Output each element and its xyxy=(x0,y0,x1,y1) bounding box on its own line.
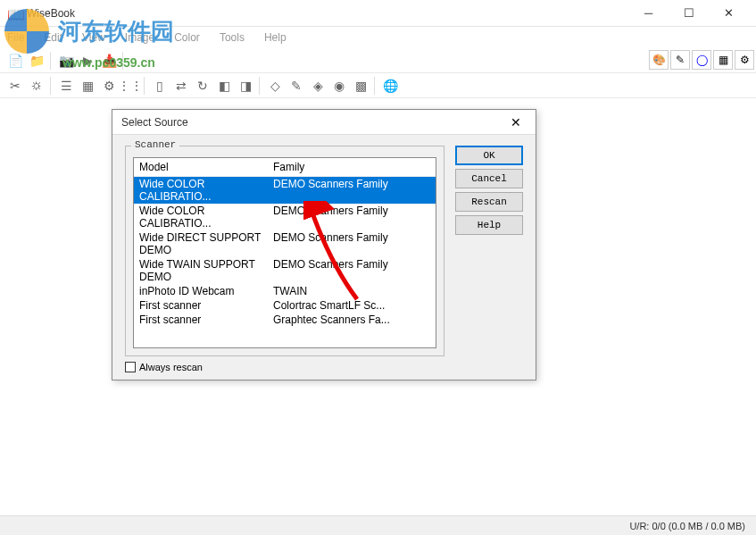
minimize-button[interactable]: ─ xyxy=(628,1,669,26)
page-icon[interactable]: ▯ xyxy=(150,76,170,96)
titlebar: 📖 WiseBook ─ ☐ ✕ xyxy=(0,0,756,27)
brush-icon[interactable]: ✎ xyxy=(287,76,306,96)
globe-icon[interactable]: 🌐 xyxy=(380,76,400,96)
open-icon[interactable]: 📁 xyxy=(27,51,46,71)
close-button[interactable]: ✕ xyxy=(709,1,749,26)
gear-icon[interactable]: ⚙ xyxy=(735,50,754,70)
toolbar-main: 📄 📁 📷 ▶ 📥 xyxy=(0,48,756,73)
tool-1-icon[interactable]: ✂ xyxy=(5,76,25,96)
window-controls: ─ ☐ ✕ xyxy=(628,1,749,26)
menu-tools[interactable]: Tools xyxy=(211,29,253,46)
scanner-list[interactable]: Model Family Wide COLOR CALIBRATIO... DE… xyxy=(133,157,436,348)
color-icon[interactable]: 🎨 xyxy=(649,50,669,70)
always-rescan-checkbox[interactable] xyxy=(125,362,136,372)
tool-10-icon[interactable]: ◧ xyxy=(214,76,234,96)
tool-2-icon[interactable]: ⛭ xyxy=(27,76,46,96)
list-row[interactable]: Wide TWAIN SUPPORT DEMO DEMO Scanners Fa… xyxy=(134,257,436,284)
menu-view[interactable]: View xyxy=(73,29,114,46)
dots-icon[interactable]: ⋮⋮ xyxy=(120,76,140,96)
list-row[interactable]: Wide COLOR CALIBRATIO... DEMO Scanners F… xyxy=(134,204,436,230)
list-row[interactable]: First scanner Graphtec Scanners Fa... xyxy=(134,313,436,327)
list-icon[interactable]: ☰ xyxy=(56,76,76,96)
help-button[interactable]: Help xyxy=(455,215,523,235)
status-text: U/R: 0/0 (0.0 MB / 0.0 MB) xyxy=(629,521,745,531)
tool-15-icon[interactable]: ◉ xyxy=(329,76,349,96)
statusbar: U/R: 0/0 (0.0 MB / 0.0 MB) xyxy=(0,515,756,535)
grid2-icon[interactable]: ▦ xyxy=(78,76,97,96)
column-model: Model xyxy=(139,161,273,173)
tool-11-icon[interactable]: ◨ xyxy=(236,76,255,96)
always-rescan-row: Always rescan xyxy=(125,362,444,372)
import-icon[interactable]: 📥 xyxy=(99,51,119,71)
scanner-fieldset: Scanner Model Family Wide COLOR CALIBRAT… xyxy=(125,146,444,356)
dialog-buttons: OK Cancel Rescan Help xyxy=(455,146,523,369)
circle-icon[interactable]: ◯ xyxy=(692,50,711,70)
edit-icon[interactable]: ✎ xyxy=(670,50,690,70)
rescan-button[interactable]: Rescan xyxy=(455,192,523,212)
fieldset-label: Scanner xyxy=(131,139,179,150)
ok-button[interactable]: OK xyxy=(455,146,523,165)
dialog-titlebar: Select Source ✕ xyxy=(112,110,536,135)
dialog-title: Select Source xyxy=(121,116,505,129)
menu-color[interactable]: Color xyxy=(165,29,209,46)
cancel-button[interactable]: Cancel xyxy=(455,169,523,188)
window-title: WiseBook xyxy=(27,7,628,20)
rotate-icon[interactable]: ↻ xyxy=(193,76,212,96)
toolbar-right: 🎨 ✎ ◯ ▦ ⚙ xyxy=(647,48,756,71)
menu-help[interactable]: Help xyxy=(255,29,295,46)
list-row[interactable]: First scanner Colortrac SmartLF Sc... xyxy=(134,298,436,313)
menu-edit[interactable]: Edit xyxy=(35,29,71,46)
column-family: Family xyxy=(273,161,430,173)
tool-5-icon[interactable]: ⚙ xyxy=(99,76,119,96)
new-icon[interactable]: 📄 xyxy=(5,51,25,71)
list-row[interactable]: Wide COLOR CALIBRATIO... DEMO Scanners F… xyxy=(134,177,436,204)
list-row[interactable]: inPhoto ID Webcam TWAIN xyxy=(134,284,436,298)
toolbar-secondary: ✂ ⛭ ☰ ▦ ⚙ ⋮⋮ ▯ ⇄ ↻ ◧ ◨ ◇ ✎ ◈ ◉ ▩ 🌐 xyxy=(0,73,756,98)
app-icon: 📖 xyxy=(7,6,21,21)
list-row[interactable]: Wide DIRECT SUPPORT DEMO DEMO Scanners F… xyxy=(134,230,436,257)
grid-icon[interactable]: ▦ xyxy=(713,50,733,70)
select-source-dialog: Select Source ✕ Scanner Model Family Wid… xyxy=(112,109,536,380)
list-header: Model Family xyxy=(134,158,436,177)
menu-image[interactable]: Image xyxy=(116,29,163,46)
always-rescan-label: Always rescan xyxy=(139,362,203,372)
dialog-close-button[interactable]: ✕ xyxy=(505,112,527,133)
eraser-icon[interactable]: ◇ xyxy=(265,76,285,96)
play-icon[interactable]: ▶ xyxy=(78,51,97,71)
tool-16-icon[interactable]: ▩ xyxy=(351,76,370,96)
swap-icon[interactable]: ⇄ xyxy=(171,76,191,96)
maximize-button[interactable]: ☐ xyxy=(669,1,709,26)
scan-icon[interactable]: 📷 xyxy=(56,51,76,71)
tool-14-icon[interactable]: ◈ xyxy=(308,76,328,96)
menubar: File Edit View Image Color Tools Help xyxy=(0,27,756,48)
menu-file[interactable]: File xyxy=(7,29,33,46)
